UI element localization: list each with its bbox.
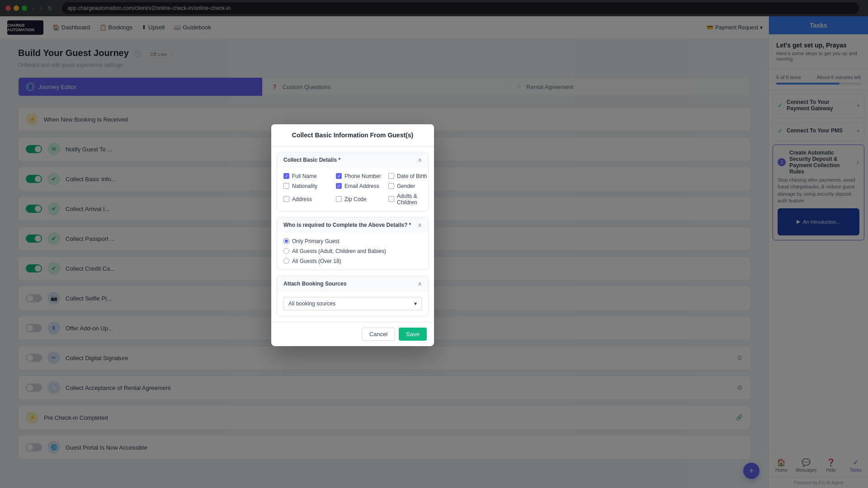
modal-overlay: Collect Basic Information From Guest(s) … (0, 0, 868, 488)
cb-full-name-box[interactable]: ✓ (283, 173, 289, 179)
cb-adults-children[interactable]: Adults & Children (388, 193, 429, 206)
basic-details-content: ✓ Full Name ✓ Phone Number Date of Birth (277, 168, 428, 211)
cancel-button[interactable]: Cancel (362, 328, 395, 341)
who-required-section: Who is required to Complete the Above De… (277, 217, 429, 270)
checkbox-row-1: ✓ Full Name ✓ Phone Number Date of Birth (283, 173, 422, 179)
who-required-header[interactable]: Who is required to Complete the Above De… (277, 217, 428, 233)
cb-address[interactable]: Address (283, 193, 329, 206)
cb-gender-box[interactable] (388, 183, 394, 189)
attach-sources-content: All booking sources ▾ (277, 291, 428, 316)
cb-adults-children-box[interactable] (388, 196, 394, 202)
checkbox-row-2: Nationality ✓ Email Address Gender (283, 183, 422, 189)
radio-only-primary[interactable]: Only Primary Guest (283, 238, 422, 244)
basic-details-chevron: ∧ (418, 157, 422, 163)
radio-only-primary-btn[interactable] (283, 238, 289, 244)
cb-full-name[interactable]: ✓ Full Name (283, 173, 329, 179)
attach-sources-header[interactable]: Attach Booking Sources ∧ (277, 276, 428, 291)
dropdown-chevron: ▾ (414, 300, 417, 307)
radio-all-over-18-btn[interactable] (283, 258, 289, 264)
cb-email-address[interactable]: ✓ Email Address (336, 183, 381, 189)
radio-all-guests[interactable]: All Guests (Adult, Children and Babies) (283, 248, 422, 254)
cb-nationality-box[interactable] (283, 183, 289, 189)
who-required-chevron: ∧ (418, 222, 422, 228)
attach-sources-chevron: ∧ (418, 281, 422, 287)
cb-phone-number-box[interactable]: ✓ (336, 173, 342, 179)
modal-header: Collect Basic Information From Guest(s) (271, 124, 434, 146)
cb-date-of-birth[interactable]: Date of Birth (388, 173, 429, 179)
cb-zip-code-box[interactable] (336, 196, 342, 202)
checkbox-row-3: Address Zip Code Adults & Children (283, 193, 422, 206)
collect-basic-modal: Collect Basic Information From Guest(s) … (271, 124, 434, 346)
save-button[interactable]: Save (399, 328, 427, 341)
basic-details-section: Collect Basic Details * ∧ ✓ Full Name ✓ … (277, 152, 429, 211)
attach-sources-section: Attach Booking Sources ∧ All booking sou… (277, 276, 429, 316)
cb-nationality[interactable]: Nationality (283, 183, 329, 189)
cb-phone-number[interactable]: ✓ Phone Number (336, 173, 381, 179)
cb-gender[interactable]: Gender (388, 183, 429, 189)
radio-all-guests-btn[interactable] (283, 248, 289, 254)
cb-zip-code[interactable]: Zip Code (336, 193, 381, 206)
radio-group: Only Primary Guest All Guests (Adult, Ch… (283, 238, 422, 264)
checkboxes-group: ✓ Full Name ✓ Phone Number Date of Birth (283, 173, 422, 206)
modal-footer: Cancel Save (271, 322, 434, 346)
cb-date-of-birth-box[interactable] (388, 173, 394, 179)
basic-details-header[interactable]: Collect Basic Details * ∧ (277, 152, 428, 168)
booking-sources-dropdown[interactable]: All booking sources ▾ (283, 297, 422, 310)
cb-email-box[interactable]: ✓ (336, 183, 342, 189)
radio-all-over-18[interactable]: All Guests (Over 18) (283, 258, 422, 264)
who-required-content: Only Primary Guest All Guests (Adult, Ch… (277, 233, 428, 270)
cb-address-box[interactable] (283, 196, 289, 202)
